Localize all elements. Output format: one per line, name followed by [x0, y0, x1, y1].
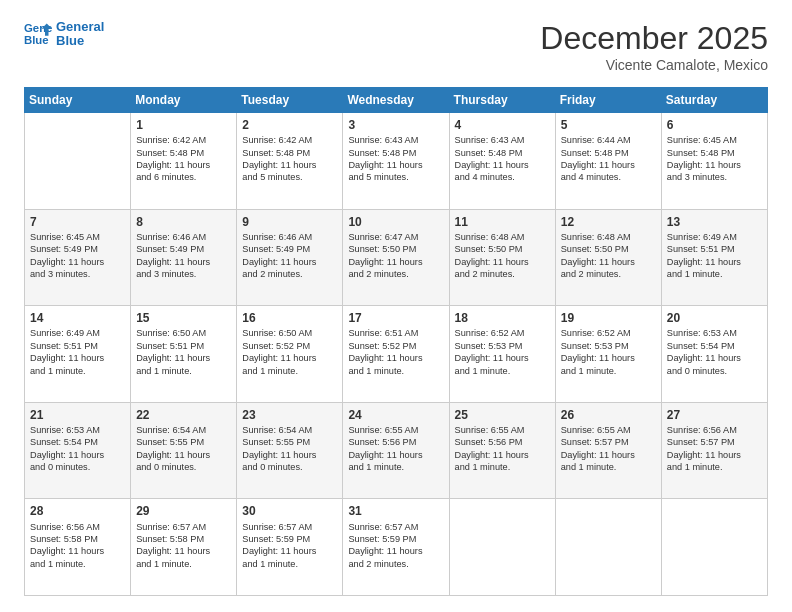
- calendar-cell: 13Sunrise: 6:49 AM Sunset: 5:51 PM Dayli…: [661, 209, 767, 306]
- calendar-week: 1Sunrise: 6:42 AM Sunset: 5:48 PM Daylig…: [25, 113, 768, 210]
- calendar-cell: 23Sunrise: 6:54 AM Sunset: 5:55 PM Dayli…: [237, 402, 343, 499]
- calendar-cell: 28Sunrise: 6:56 AM Sunset: 5:58 PM Dayli…: [25, 499, 131, 596]
- day-number: 1: [136, 117, 231, 133]
- day-info: Sunrise: 6:43 AM Sunset: 5:48 PM Dayligh…: [348, 134, 443, 184]
- page: General Blue General Blue December 2025 …: [0, 0, 792, 612]
- header-row: SundayMondayTuesdayWednesdayThursdayFrid…: [25, 88, 768, 113]
- header-day: Sunday: [25, 88, 131, 113]
- logo-line1: General: [56, 20, 104, 34]
- calendar-cell: 8Sunrise: 6:46 AM Sunset: 5:49 PM Daylig…: [131, 209, 237, 306]
- day-number: 7: [30, 214, 125, 230]
- logo-line2: Blue: [56, 34, 104, 48]
- day-number: 6: [667, 117, 762, 133]
- header-day: Friday: [555, 88, 661, 113]
- calendar-cell: 25Sunrise: 6:55 AM Sunset: 5:56 PM Dayli…: [449, 402, 555, 499]
- day-info: Sunrise: 6:56 AM Sunset: 5:57 PM Dayligh…: [667, 424, 762, 474]
- day-number: 14: [30, 310, 125, 326]
- day-info: Sunrise: 6:45 AM Sunset: 5:48 PM Dayligh…: [667, 134, 762, 184]
- day-info: Sunrise: 6:54 AM Sunset: 5:55 PM Dayligh…: [242, 424, 337, 474]
- calendar-cell: 20Sunrise: 6:53 AM Sunset: 5:54 PM Dayli…: [661, 306, 767, 403]
- day-info: Sunrise: 6:47 AM Sunset: 5:50 PM Dayligh…: [348, 231, 443, 281]
- calendar-cell: [661, 499, 767, 596]
- header-day: Wednesday: [343, 88, 449, 113]
- calendar-cell: 7Sunrise: 6:45 AM Sunset: 5:49 PM Daylig…: [25, 209, 131, 306]
- day-info: Sunrise: 6:55 AM Sunset: 5:56 PM Dayligh…: [348, 424, 443, 474]
- day-number: 3: [348, 117, 443, 133]
- header-day: Monday: [131, 88, 237, 113]
- header-day: Thursday: [449, 88, 555, 113]
- day-info: Sunrise: 6:42 AM Sunset: 5:48 PM Dayligh…: [242, 134, 337, 184]
- day-info: Sunrise: 6:42 AM Sunset: 5:48 PM Dayligh…: [136, 134, 231, 184]
- calendar-week: 14Sunrise: 6:49 AM Sunset: 5:51 PM Dayli…: [25, 306, 768, 403]
- day-number: 13: [667, 214, 762, 230]
- day-number: 11: [455, 214, 550, 230]
- calendar-cell: 3Sunrise: 6:43 AM Sunset: 5:48 PM Daylig…: [343, 113, 449, 210]
- calendar-week: 28Sunrise: 6:56 AM Sunset: 5:58 PM Dayli…: [25, 499, 768, 596]
- day-info: Sunrise: 6:52 AM Sunset: 5:53 PM Dayligh…: [455, 327, 550, 377]
- calendar-cell: 12Sunrise: 6:48 AM Sunset: 5:50 PM Dayli…: [555, 209, 661, 306]
- title-block: December 2025 Vicente Camalote, Mexico: [540, 20, 768, 73]
- day-info: Sunrise: 6:50 AM Sunset: 5:51 PM Dayligh…: [136, 327, 231, 377]
- day-number: 16: [242, 310, 337, 326]
- day-info: Sunrise: 6:48 AM Sunset: 5:50 PM Dayligh…: [455, 231, 550, 281]
- calendar-cell: 21Sunrise: 6:53 AM Sunset: 5:54 PM Dayli…: [25, 402, 131, 499]
- day-info: Sunrise: 6:56 AM Sunset: 5:58 PM Dayligh…: [30, 521, 125, 571]
- calendar-cell: 22Sunrise: 6:54 AM Sunset: 5:55 PM Dayli…: [131, 402, 237, 499]
- logo: General Blue General Blue: [24, 20, 104, 49]
- calendar-cell: 29Sunrise: 6:57 AM Sunset: 5:58 PM Dayli…: [131, 499, 237, 596]
- day-number: 20: [667, 310, 762, 326]
- day-number: 30: [242, 503, 337, 519]
- day-info: Sunrise: 6:55 AM Sunset: 5:56 PM Dayligh…: [455, 424, 550, 474]
- day-info: Sunrise: 6:54 AM Sunset: 5:55 PM Dayligh…: [136, 424, 231, 474]
- day-number: 27: [667, 407, 762, 423]
- day-number: 9: [242, 214, 337, 230]
- calendar-cell: 26Sunrise: 6:55 AM Sunset: 5:57 PM Dayli…: [555, 402, 661, 499]
- day-number: 24: [348, 407, 443, 423]
- day-number: 8: [136, 214, 231, 230]
- calendar-cell: 17Sunrise: 6:51 AM Sunset: 5:52 PM Dayli…: [343, 306, 449, 403]
- calendar-cell: 15Sunrise: 6:50 AM Sunset: 5:51 PM Dayli…: [131, 306, 237, 403]
- calendar-cell: 16Sunrise: 6:50 AM Sunset: 5:52 PM Dayli…: [237, 306, 343, 403]
- svg-text:Blue: Blue: [24, 34, 49, 46]
- calendar-cell: 9Sunrise: 6:46 AM Sunset: 5:49 PM Daylig…: [237, 209, 343, 306]
- day-info: Sunrise: 6:50 AM Sunset: 5:52 PM Dayligh…: [242, 327, 337, 377]
- calendar-cell: 24Sunrise: 6:55 AM Sunset: 5:56 PM Dayli…: [343, 402, 449, 499]
- day-number: 12: [561, 214, 656, 230]
- calendar-cell: 6Sunrise: 6:45 AM Sunset: 5:48 PM Daylig…: [661, 113, 767, 210]
- day-info: Sunrise: 6:57 AM Sunset: 5:59 PM Dayligh…: [348, 521, 443, 571]
- calendar-cell: 1Sunrise: 6:42 AM Sunset: 5:48 PM Daylig…: [131, 113, 237, 210]
- calendar-cell: 18Sunrise: 6:52 AM Sunset: 5:53 PM Dayli…: [449, 306, 555, 403]
- calendar-cell: 4Sunrise: 6:43 AM Sunset: 5:48 PM Daylig…: [449, 113, 555, 210]
- day-number: 18: [455, 310, 550, 326]
- day-info: Sunrise: 6:44 AM Sunset: 5:48 PM Dayligh…: [561, 134, 656, 184]
- day-number: 5: [561, 117, 656, 133]
- calendar-cell: 14Sunrise: 6:49 AM Sunset: 5:51 PM Dayli…: [25, 306, 131, 403]
- day-number: 23: [242, 407, 337, 423]
- day-info: Sunrise: 6:43 AM Sunset: 5:48 PM Dayligh…: [455, 134, 550, 184]
- day-number: 21: [30, 407, 125, 423]
- day-number: 4: [455, 117, 550, 133]
- calendar-week: 21Sunrise: 6:53 AM Sunset: 5:54 PM Dayli…: [25, 402, 768, 499]
- calendar-cell: 11Sunrise: 6:48 AM Sunset: 5:50 PM Dayli…: [449, 209, 555, 306]
- day-number: 19: [561, 310, 656, 326]
- main-title: December 2025: [540, 20, 768, 57]
- day-info: Sunrise: 6:49 AM Sunset: 5:51 PM Dayligh…: [667, 231, 762, 281]
- day-info: Sunrise: 6:55 AM Sunset: 5:57 PM Dayligh…: [561, 424, 656, 474]
- calendar-cell: [555, 499, 661, 596]
- calendar-cell: 30Sunrise: 6:57 AM Sunset: 5:59 PM Dayli…: [237, 499, 343, 596]
- calendar-week: 7Sunrise: 6:45 AM Sunset: 5:49 PM Daylig…: [25, 209, 768, 306]
- day-info: Sunrise: 6:53 AM Sunset: 5:54 PM Dayligh…: [30, 424, 125, 474]
- calendar-cell: 2Sunrise: 6:42 AM Sunset: 5:48 PM Daylig…: [237, 113, 343, 210]
- day-number: 17: [348, 310, 443, 326]
- day-number: 29: [136, 503, 231, 519]
- day-number: 15: [136, 310, 231, 326]
- header: General Blue General Blue December 2025 …: [24, 20, 768, 73]
- day-info: Sunrise: 6:46 AM Sunset: 5:49 PM Dayligh…: [136, 231, 231, 281]
- day-info: Sunrise: 6:51 AM Sunset: 5:52 PM Dayligh…: [348, 327, 443, 377]
- calendar-cell: 5Sunrise: 6:44 AM Sunset: 5:48 PM Daylig…: [555, 113, 661, 210]
- day-number: 31: [348, 503, 443, 519]
- day-info: Sunrise: 6:57 AM Sunset: 5:58 PM Dayligh…: [136, 521, 231, 571]
- calendar-cell: 31Sunrise: 6:57 AM Sunset: 5:59 PM Dayli…: [343, 499, 449, 596]
- subtitle: Vicente Camalote, Mexico: [540, 57, 768, 73]
- logo-icon: General Blue: [24, 20, 52, 48]
